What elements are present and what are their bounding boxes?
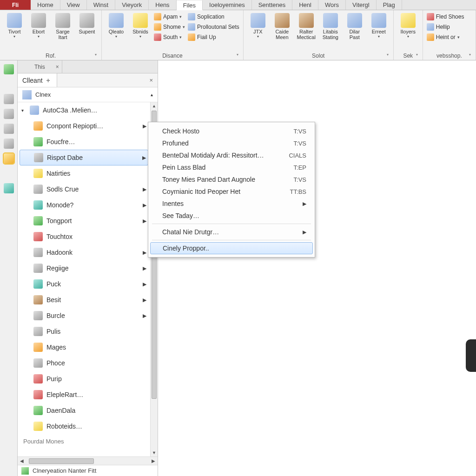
menu-item[interactable]: Coyrnianic Itod Peoper HetTT:BS xyxy=(148,185,315,198)
tab-winst[interactable]: Winst xyxy=(87,0,116,10)
shome-button[interactable]: Shome▾ xyxy=(154,22,185,32)
tab-vieyork[interactable]: Vieyork xyxy=(115,0,149,10)
scroll-down-icon[interactable]: ▼ xyxy=(151,449,158,456)
tab-vitergl[interactable]: Vitergl xyxy=(346,0,377,10)
tree-item[interactable]: Purip xyxy=(18,371,150,387)
menu-item[interactable]: Toney Mies Paned Dart AugnoleT:VS xyxy=(148,173,315,185)
tree-item[interactable]: Burcle▶ xyxy=(18,308,150,324)
scroll-right-icon[interactable]: ▶ xyxy=(149,458,158,463)
submenu-arrow-icon: ▶ xyxy=(143,202,146,208)
menu-shortcut: T:VS xyxy=(294,128,306,135)
hellip-button[interactable]: Hellip xyxy=(427,22,464,32)
rail-icon-9[interactable] xyxy=(4,183,14,193)
tab-ioeloyemines[interactable]: Ioeloyemines xyxy=(203,0,252,10)
caide-meen-button[interactable]: Caide Meen xyxy=(271,12,293,40)
app-button[interactable]: Fli xyxy=(0,0,31,10)
tree-item[interactable]: Tongport▶ xyxy=(18,213,150,229)
scroll-up-icon[interactable]: ▲ xyxy=(151,102,158,110)
tree-item[interactable]: Hadoonk▶ xyxy=(18,245,150,260)
tab-senttenes[interactable]: Senttenes xyxy=(252,0,293,10)
ralter-button[interactable]: Ralter Mectical xyxy=(296,12,317,40)
tree-item[interactable]: Puck▶ xyxy=(18,276,150,292)
tree-item[interactable]: DaenDala xyxy=(18,403,150,418)
menu-item[interactable]: BenteDal Motidaly Ardi: Ressitort…CIALS xyxy=(148,149,315,161)
tree-item[interactable]: Phoce xyxy=(18,355,150,371)
menu-item[interactable]: Inentes▶ xyxy=(148,198,315,210)
tree-item[interactable]: Roboteids… xyxy=(18,418,150,434)
tree-item[interactable]: Besit▶ xyxy=(18,292,150,308)
tree-item[interactable]: Natirties xyxy=(18,165,150,181)
rail-icon-6[interactable] xyxy=(4,139,14,149)
rail-icon-4[interactable] xyxy=(4,109,14,119)
submenu-arrow-icon: ▶ xyxy=(143,265,146,271)
close-panel-icon[interactable]: × xyxy=(145,73,158,87)
apam-button[interactable]: Apam▾ xyxy=(154,12,185,21)
tab-view[interactable]: View xyxy=(60,0,87,10)
tree-item[interactable]: Pulis xyxy=(18,324,150,339)
fled-shoes-button[interactable]: Fled Shoes xyxy=(427,12,464,21)
rail-icon-1[interactable] xyxy=(4,64,14,74)
rail-icon-selected[interactable] xyxy=(4,153,14,164)
ebort-button[interactable]: Ebort▾ xyxy=(28,12,49,39)
qleato-button[interactable]: Qleato▾ xyxy=(106,12,127,39)
tab-henl[interactable]: Henl xyxy=(292,0,318,10)
tree-item[interactable]: Foucfre… xyxy=(18,134,150,150)
menu-item[interactable]: Pein Lass BladT:EP xyxy=(148,161,315,173)
tree-item[interactable]: ElepleRart… xyxy=(18,387,150,403)
panel-tabbar-2: Clleant+ × xyxy=(18,73,158,87)
tree-item[interactable]: Monode?▶ xyxy=(18,197,150,213)
scroll-left-icon[interactable]: ◀ xyxy=(18,458,26,463)
side-panel: This× Clleant+ × Clnex ▴ ▾ AutoC3a .Meli… xyxy=(18,60,158,476)
panel-header[interactable]: Clnex ▴ xyxy=(18,87,158,102)
menu-item[interactable]: Check HostoT:VS xyxy=(148,125,315,137)
south-button[interactable]: South▾ xyxy=(154,33,185,42)
rail-icon-2[interactable] xyxy=(4,79,14,89)
tab-hens[interactable]: Hens xyxy=(149,0,176,10)
tree-item[interactable]: Sodls Crue▶ xyxy=(18,181,150,197)
heintor-button[interactable]: Heint or▾ xyxy=(427,33,464,42)
ribbon-group-vebsshop: Fled Shoes Hellip Heint or▾ vebsshop. xyxy=(423,10,476,60)
tree-item[interactable]: Conpont Repiopti…▶ xyxy=(18,118,150,134)
litabis-button[interactable]: Litabis Stating xyxy=(320,12,341,40)
tab-plag[interactable]: Plag xyxy=(377,0,402,10)
tivort-button[interactable]: Tivort▾ xyxy=(4,12,25,39)
sbnids-button[interactable]: Sbnids▾ xyxy=(130,12,151,39)
jtx-button[interactable]: JTX▾ xyxy=(247,12,269,39)
tree-item[interactable]: Regiige▶ xyxy=(18,260,150,276)
panel-tab-clleant[interactable]: Clleant+ xyxy=(18,73,57,87)
soplication-button[interactable]: Soplication xyxy=(188,12,239,21)
menu-item[interactable]: Chatal Nie Drutgr…▶ xyxy=(148,226,315,238)
tab-wors[interactable]: Wors xyxy=(318,0,346,10)
iloyers-button[interactable]: Iloyers▾ xyxy=(397,12,419,39)
rail-icon-8[interactable] xyxy=(4,168,14,178)
menu-item[interactable]: See Taday… xyxy=(148,210,315,222)
sarge-itart-button[interactable]: Sarge Itart xyxy=(52,12,73,40)
tab-files[interactable]: Files xyxy=(177,0,203,10)
tab-home[interactable]: Home xyxy=(31,0,60,10)
supent-button[interactable]: Supent xyxy=(76,12,98,34)
side-handle[interactable] xyxy=(466,339,476,372)
menu-item-label: Cinely Proppor.. xyxy=(163,245,209,252)
rail-close-icon[interactable] xyxy=(4,94,14,104)
submenu-arrow-icon: ▶ xyxy=(143,281,146,287)
expand-icon[interactable]: ▾ xyxy=(21,108,26,113)
tree-item[interactable]: Mages xyxy=(18,339,150,355)
horizontal-scrollbar[interactable]: ◀ ▶ xyxy=(18,456,158,465)
erreet-button[interactable]: Erreet▾ xyxy=(368,12,390,39)
item-icon xyxy=(33,137,43,146)
tree-item[interactable]: Touchtox xyxy=(18,229,150,245)
hscroll-thumb[interactable] xyxy=(29,458,94,464)
dilar-button[interactable]: Dilar Past xyxy=(344,12,365,40)
fiailup-button[interactable]: Fiail Up xyxy=(188,33,239,42)
person-icon xyxy=(188,33,195,41)
panel-tab-this[interactable]: This× xyxy=(18,60,62,73)
menu-item[interactable]: ProfunedT:VS xyxy=(148,137,315,149)
tree-item[interactable]: Rispot Dabe▶ xyxy=(20,150,148,165)
tree-root[interactable]: ▾ AutoC3a .Melien… xyxy=(18,102,150,118)
prolloutonal-button[interactable]: Prolloutonal Sets xyxy=(188,22,239,32)
add-tab-icon[interactable]: + xyxy=(45,77,50,84)
menu-item[interactable]: Cinely Proppor.. xyxy=(150,242,313,254)
rail-icon-5[interactable] xyxy=(4,124,14,134)
collapse-icon[interactable]: ▴ xyxy=(151,92,153,97)
close-icon[interactable]: × xyxy=(56,64,59,70)
